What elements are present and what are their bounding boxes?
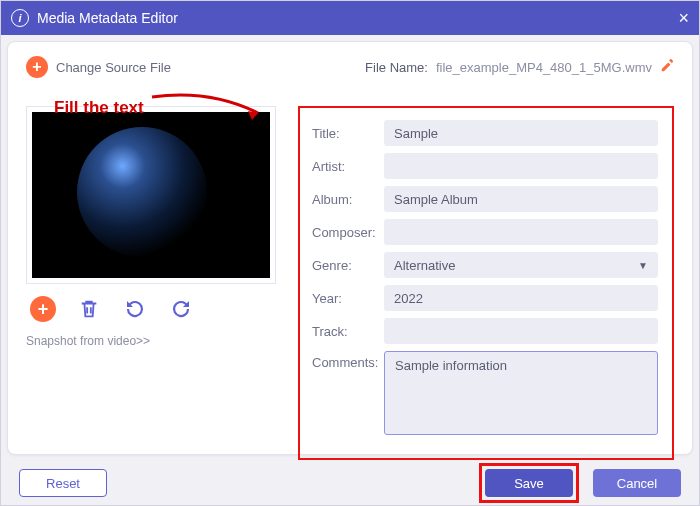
- info-icon: i: [11, 9, 29, 27]
- composer-input[interactable]: [384, 219, 658, 245]
- annotation-hint-text: Fill the text: [54, 98, 144, 118]
- genre-value: Alternative: [394, 258, 455, 273]
- save-highlight: Save: [479, 463, 579, 503]
- album-label: Album:: [312, 192, 384, 207]
- composer-label: Composer:: [312, 225, 384, 240]
- window-title: Media Metadata Editor: [37, 10, 659, 26]
- save-button[interactable]: Save: [485, 469, 573, 497]
- thumbnail-frame: [26, 106, 276, 284]
- change-source-button[interactable]: + Change Source File: [26, 56, 171, 78]
- file-name-value: file_example_MP4_480_1_5MG.wmv: [436, 60, 652, 75]
- cancel-button[interactable]: Cancel: [593, 469, 681, 497]
- preview-column: + Snapshot from video>>: [26, 106, 276, 460]
- rotate-cw-button[interactable]: [168, 296, 194, 322]
- metadata-form: Title: Artist: Album: Composer: Genre:: [298, 106, 674, 460]
- reset-button[interactable]: Reset: [19, 469, 107, 497]
- title-label: Title:: [312, 126, 384, 141]
- file-name-display: File Name: file_example_MP4_480_1_5MG.wm…: [365, 59, 674, 76]
- track-label: Track:: [312, 324, 384, 339]
- year-label: Year:: [312, 291, 384, 306]
- content-panel: + Change Source File File Name: file_exa…: [7, 41, 693, 455]
- plus-icon: +: [26, 56, 48, 78]
- thumbnail-tools: +: [26, 296, 276, 322]
- comments-input[interactable]: [384, 351, 658, 435]
- file-name-label: File Name:: [365, 60, 428, 75]
- add-thumbnail-button[interactable]: +: [30, 296, 56, 322]
- snapshot-link[interactable]: Snapshot from video>>: [26, 334, 276, 348]
- title-input[interactable]: [384, 120, 658, 146]
- footer: Reset Save Cancel: [1, 461, 699, 505]
- edit-filename-icon[interactable]: [660, 59, 674, 76]
- close-icon[interactable]: ×: [659, 8, 689, 29]
- change-source-label: Change Source File: [56, 60, 171, 75]
- rotate-ccw-button[interactable]: [122, 296, 148, 322]
- genre-select[interactable]: Alternative ▼: [384, 252, 658, 278]
- track-input[interactable]: [384, 318, 658, 344]
- delete-thumbnail-button[interactable]: [76, 296, 102, 322]
- year-input[interactable]: [384, 285, 658, 311]
- chevron-down-icon: ▼: [638, 260, 648, 271]
- titlebar: i Media Metadata Editor ×: [1, 1, 699, 35]
- comments-label: Comments:: [312, 351, 384, 370]
- genre-label: Genre:: [312, 258, 384, 273]
- artist-input[interactable]: [384, 153, 658, 179]
- metadata-editor-window: i Media Metadata Editor × + Change Sourc…: [0, 0, 700, 506]
- arrow-icon: [150, 89, 270, 129]
- annotation-hint: Fill the text: [54, 87, 270, 129]
- album-input[interactable]: [384, 186, 658, 212]
- video-thumbnail: [32, 112, 270, 278]
- artist-label: Artist:: [312, 159, 384, 174]
- header-row: + Change Source File File Name: file_exa…: [26, 56, 674, 78]
